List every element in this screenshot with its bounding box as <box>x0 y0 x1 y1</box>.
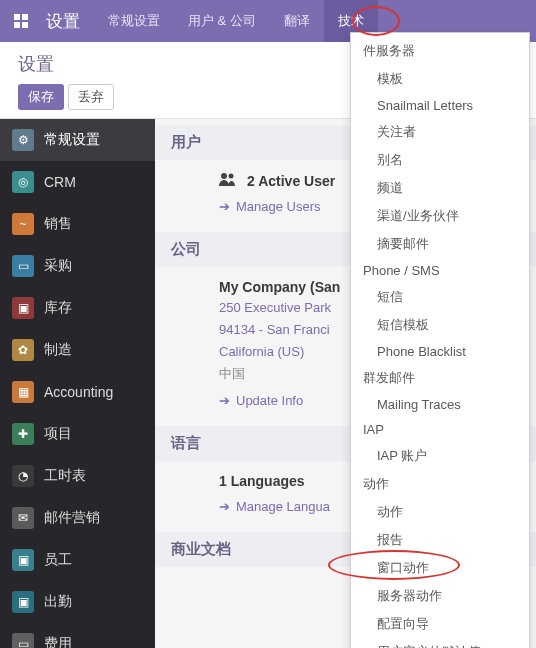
sidebar-icon: ⚙ <box>12 129 34 151</box>
dd-head-phone: Phone / SMS <box>351 258 529 283</box>
dd-item-i0-1[interactable]: Snailmail Letters <box>351 93 529 118</box>
update-info-label: Update Info <box>236 393 303 408</box>
sidebar-icon: ✿ <box>12 339 34 361</box>
sidebar-item-12[interactable]: ▭费用 <box>0 623 155 648</box>
svg-point-4 <box>221 173 227 179</box>
sidebar-label: 库存 <box>44 299 72 317</box>
dd-item-i4-1[interactable]: 报告 <box>351 526 529 554</box>
manage-users-label: Manage Users <box>236 199 321 214</box>
dd-head-srv: ㅤㅤ件服务器 <box>351 37 529 65</box>
svg-point-5 <box>229 174 234 179</box>
users-icon <box>219 172 237 189</box>
tech-dropdown: ㅤㅤ件服务器模板Snailmail Letters关注者别名频道渠道/业务伙伴摘… <box>350 32 530 648</box>
dd-head-iap: IAP <box>351 417 529 442</box>
sidebar-label: 员工 <box>44 551 72 569</box>
dd-item-i0-6[interactable]: 摘要邮件 <box>351 230 529 258</box>
svg-rect-0 <box>14 14 20 20</box>
sidebar-label: 采购 <box>44 257 72 275</box>
dd-item-i1-0[interactable]: 短信 <box>351 283 529 311</box>
arrow-icon: ➔ <box>219 393 230 408</box>
sidebar-label: 销售 <box>44 215 72 233</box>
dd-item-i4-5[interactable]: 用户定义的默认值 <box>351 638 529 648</box>
sidebar-item-8[interactable]: ◔工时表 <box>0 455 155 497</box>
sidebar-label: 制造 <box>44 341 72 359</box>
dd-item-i4-2[interactable]: 窗口动作 <box>351 554 529 582</box>
svg-rect-1 <box>22 14 28 20</box>
users-count: 2 Active User <box>247 173 335 189</box>
dd-item-i0-3[interactable]: 别名 <box>351 146 529 174</box>
dd-head-act: 动作 <box>351 470 529 498</box>
manage-lang-link[interactable]: ➔ Manage Langua <box>219 499 330 514</box>
sidebar-icon: ◎ <box>12 171 34 193</box>
sidebar-item-9[interactable]: ✉邮件营销 <box>0 497 155 539</box>
dd-item-i1-1[interactable]: 短信模板 <box>351 311 529 339</box>
tab-users[interactable]: 用户 & 公司 <box>174 0 270 42</box>
sidebar-icon: ▣ <box>12 591 34 613</box>
sidebar-item-11[interactable]: ▣出勤 <box>0 581 155 623</box>
sidebar-icon: ▣ <box>12 549 34 571</box>
sidebar-label: 邮件营销 <box>44 509 100 527</box>
svg-rect-3 <box>22 22 28 28</box>
sidebar-icon: ▣ <box>12 297 34 319</box>
sidebar-icon: ◔ <box>12 465 34 487</box>
sidebar-label: CRM <box>44 174 76 190</box>
dd-head-mass: 群发邮件 <box>351 364 529 392</box>
sidebar-item-1[interactable]: ◎CRM <box>0 161 155 203</box>
sidebar-label: 出勤 <box>44 593 72 611</box>
dd-item-i4-4[interactable]: 配置向导 <box>351 610 529 638</box>
tab-general[interactable]: 常规设置 <box>94 0 174 42</box>
sidebar-item-3[interactable]: ▭采购 <box>0 245 155 287</box>
arrow-icon: ➔ <box>219 199 230 214</box>
arrow-icon: ➔ <box>219 499 230 514</box>
discard-button[interactable]: 丢弃 <box>68 84 114 110</box>
sidebar-item-2[interactable]: ~销售 <box>0 203 155 245</box>
sidebar: ⚙常规设置◎CRM~销售▭采购▣库存✿制造▦Accounting✚项目◔工时表✉… <box>0 119 155 648</box>
app-title: 设置 <box>42 10 94 33</box>
dd-item-i0-0[interactable]: 模板 <box>351 65 529 93</box>
sidebar-label: 项目 <box>44 425 72 443</box>
sidebar-item-7[interactable]: ✚项目 <box>0 413 155 455</box>
dd-item-i4-0[interactable]: 动作 <box>351 498 529 526</box>
sidebar-icon: ▭ <box>12 633 34 648</box>
sidebar-label: 工时表 <box>44 467 86 485</box>
svg-rect-2 <box>14 22 20 28</box>
sidebar-icon: ▦ <box>12 381 34 403</box>
sidebar-item-6[interactable]: ▦Accounting <box>0 371 155 413</box>
sidebar-icon: ✉ <box>12 507 34 529</box>
sidebar-item-4[interactable]: ▣库存 <box>0 287 155 329</box>
update-info-link[interactable]: ➔ Update Info <box>219 393 303 408</box>
dd-item-i4-3[interactable]: 服务器动作 <box>351 582 529 610</box>
sidebar-label: 常规设置 <box>44 131 100 149</box>
dd-item-i2-0[interactable]: Mailing Traces <box>351 392 529 417</box>
sidebar-item-10[interactable]: ▣员工 <box>0 539 155 581</box>
sidebar-icon: ~ <box>12 213 34 235</box>
save-button[interactable]: 保存 <box>18 84 64 110</box>
sidebar-icon: ✚ <box>12 423 34 445</box>
dd-item-i1-2[interactable]: Phone Blacklist <box>351 339 529 364</box>
dd-item-i0-2[interactable]: 关注者 <box>351 118 529 146</box>
manage-users-link[interactable]: ➔ Manage Users <box>219 199 321 214</box>
sidebar-label: Accounting <box>44 384 113 400</box>
apps-icon[interactable] <box>0 0 42 42</box>
top-tabs: 常规设置 用户 & 公司 翻译 技术 <box>94 0 378 42</box>
dd-item-i3-0[interactable]: IAP 账户 <box>351 442 529 470</box>
tab-translate[interactable]: 翻译 <box>270 0 324 42</box>
dd-item-i0-5[interactable]: 渠道/业务伙伴 <box>351 202 529 230</box>
sidebar-icon: ▭ <box>12 255 34 277</box>
dd-item-i0-4[interactable]: 频道 <box>351 174 529 202</box>
sidebar-item-0[interactable]: ⚙常规设置 <box>0 119 155 161</box>
sidebar-item-5[interactable]: ✿制造 <box>0 329 155 371</box>
manage-lang-label: Manage Langua <box>236 499 330 514</box>
sidebar-label: 费用 <box>44 635 72 648</box>
